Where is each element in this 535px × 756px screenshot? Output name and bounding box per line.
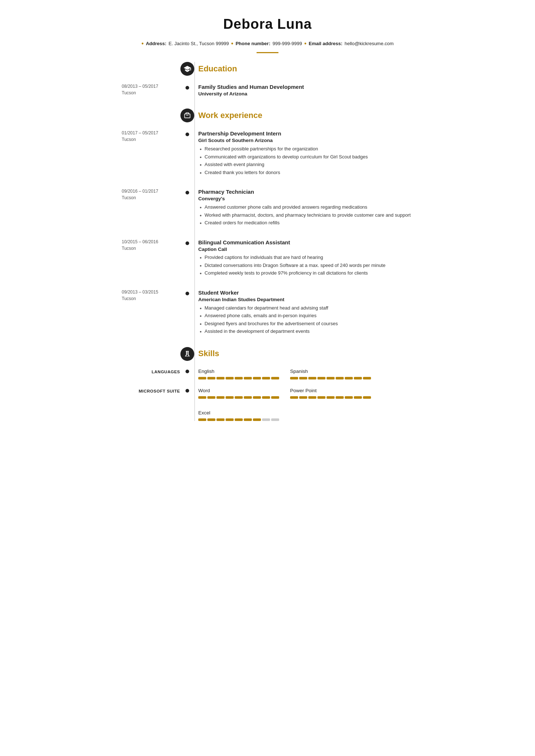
skill-bar — [354, 396, 362, 399]
education-entry-1: 08/2013 – 05/2017 Tucson Family Studies … — [122, 83, 413, 98]
skill-bar — [253, 418, 261, 421]
skill-label-languages: Languages — [122, 368, 180, 375]
work-1-bullet-4: Created thank you letters for donors — [200, 169, 413, 177]
header-divider — [257, 52, 278, 53]
skill-bar — [216, 377, 224, 379]
work-2-title: Pharmacy Technician — [198, 188, 413, 196]
work-3-date: 10/2015 – 06/2016 — [122, 239, 180, 245]
contact-dot-3: • — [304, 40, 306, 47]
work-3-bullet-3: Completed weekly tests to provide 97% pr… — [200, 270, 413, 277]
education-title: Education — [198, 64, 237, 73]
work-2-date: 09/2016 – 01/2017 — [122, 188, 180, 194]
skill-bar — [327, 377, 335, 379]
full-name: Debora Luna — [122, 15, 413, 34]
entry-dot — [186, 241, 189, 245]
entry-dot — [186, 370, 189, 373]
skill-dot-languages — [180, 368, 195, 373]
work-entry-4-dot — [180, 289, 195, 295]
work-header-right: Work experience — [195, 110, 413, 121]
education-institution: University of Arizona — [198, 91, 413, 98]
work-3-bullets: Provided captions for individuals that a… — [198, 254, 413, 277]
skill-bar — [235, 418, 243, 421]
education-header-mid — [180, 62, 195, 76]
skill-bar — [235, 396, 243, 399]
work-icon-circle — [180, 109, 194, 122]
work-3-company: Caption Call — [198, 246, 413, 253]
work-1-bullets: Researched possible partnerships for the… — [198, 146, 413, 176]
skill-bar — [207, 396, 215, 399]
skill-bar — [226, 377, 234, 379]
work-2-company: Convergy's — [198, 196, 413, 202]
skill-name-excel: Excel — [198, 410, 279, 417]
skill-name-word: Word — [198, 387, 279, 394]
skill-bar — [271, 396, 279, 399]
skill-bar — [290, 377, 298, 379]
skill-items-languages: English — [195, 368, 413, 379]
skills-header-right: Skills — [195, 348, 413, 359]
skill-bars-english — [198, 377, 279, 379]
phone-label: Phone number: — [235, 40, 270, 47]
skill-bar — [299, 396, 307, 399]
skill-item-powerpoint: Power Point — [290, 387, 371, 399]
resume-page: Debora Luna • Address: E. Jacinto St., T… — [104, 0, 431, 451]
skill-bars-powerpoint — [290, 396, 371, 399]
skill-bar — [354, 377, 362, 379]
skill-bar — [345, 377, 353, 379]
contact-bar: • Address: E. Jacinto St., Tucson 99999 … — [122, 40, 413, 47]
skill-bar — [299, 377, 307, 379]
email-label: Email address: — [309, 40, 343, 47]
skill-bar — [216, 418, 224, 421]
skill-bar — [244, 396, 252, 399]
skill-bar — [226, 396, 234, 399]
skill-bar — [207, 377, 215, 379]
skill-group-microsoft: Microsoft Suite Word — [122, 387, 413, 421]
skill-row-microsoft: Word — [198, 387, 413, 421]
education-section-header: Education — [122, 62, 413, 76]
work-entry-1: 01/2017 – 05/2017 Tucson Partnership Dev… — [122, 130, 413, 177]
entry-dot — [186, 133, 189, 136]
phone-value: 999-999-9999 — [273, 40, 302, 47]
skill-bar — [226, 418, 234, 421]
entry-dot — [186, 191, 189, 194]
work-entry-3: 10/2015 – 06/2016 Tucson Bilingual Commu… — [122, 239, 413, 278]
work-entry-1-dot — [180, 130, 195, 136]
svg-rect-0 — [186, 115, 189, 115]
work-4-date: 09/2013 – 03/2015 — [122, 289, 180, 295]
work-section-header: Work experience — [122, 109, 413, 122]
work-2-bullet-3: Created orders for medication refills — [200, 220, 413, 227]
contact-dot-1: • — [141, 40, 144, 47]
skill-bar — [336, 396, 344, 399]
work-4-bullet-4: Assisted in the development of departmen… — [200, 328, 413, 335]
skill-bar — [363, 377, 371, 379]
education-icon-circle — [180, 62, 194, 76]
work-2-bullet-1: Answered customer phone calls and provid… — [200, 204, 413, 211]
skill-item-word: Word — [198, 387, 279, 399]
skill-bar — [317, 396, 325, 399]
skill-bar — [262, 377, 270, 379]
skill-name-spanish: Spanish — [290, 368, 371, 375]
work-entry-2-content: Pharmacy Technician Convergy's Answered … — [195, 188, 413, 227]
work-entry-4-content: Student Worker American Indian Studies D… — [195, 289, 413, 336]
skill-bar — [198, 377, 206, 379]
skill-item-excel: Excel — [198, 410, 279, 421]
work-4-title: Student Worker — [198, 289, 413, 296]
skill-name-english: English — [198, 368, 279, 375]
work-entry-3-dot — [180, 239, 195, 245]
work-1-bullet-2: Communicated with organizations to devel… — [200, 154, 413, 161]
skill-bar — [327, 396, 335, 399]
work-entry-3-content: Bilingual Communication Assistant Captio… — [195, 239, 413, 278]
skill-bar — [271, 418, 279, 421]
education-location: Tucson — [122, 90, 180, 96]
skill-bar — [290, 396, 298, 399]
contact-dot-2: • — [231, 40, 233, 47]
header: Debora Luna — [122, 15, 413, 34]
work-2-bullets: Answered customer phone calls and provid… — [198, 204, 413, 227]
education-entry-1-content: Family Studies and Human Development Uni… — [195, 83, 413, 98]
work-4-bullet-3: Designed flyers and brochures for the ad… — [200, 320, 413, 328]
skill-bar — [262, 396, 270, 399]
skill-bar — [336, 377, 344, 379]
work-entry-4: 09/2013 – 03/2015 Tucson Student Worker … — [122, 289, 413, 336]
skills-icon-circle — [180, 347, 194, 361]
skill-name-powerpoint: Power Point — [290, 387, 371, 394]
education-entry-1-dot — [180, 83, 195, 90]
